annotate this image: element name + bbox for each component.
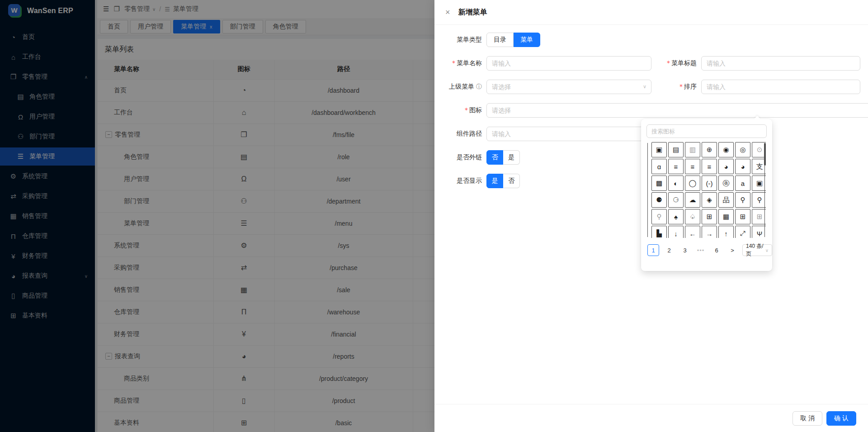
icon-grid-left-line (647, 143, 648, 237)
account-book-twotone-icon[interactable]: ▥ (685, 142, 700, 157)
android-outlined-icon[interactable]: ⚆ (668, 192, 684, 208)
aliyun-outlined-icon[interactable]: (-) (702, 176, 717, 191)
apple-filled-icon[interactable]: ♠ (668, 209, 684, 224)
android-filled-icon[interactable]: ⚈ (651, 192, 667, 208)
alipay-circle-filled-icon[interactable]: ◕ (718, 159, 734, 174)
page-size-value: 140 条/页 (746, 242, 765, 258)
form-row-icon-route: *图标 *路由地址 (448, 103, 868, 118)
app-root: W WanSen ERP ◔首页⌂工作台❐零售管理∧▤角色管理Ω用户管理⚇部门管… (0, 0, 868, 432)
drawer-footer: 取 消 确 认 (434, 404, 868, 432)
is-visible-toggle: 是 否 (486, 174, 520, 188)
account-book-filled-icon[interactable]: ▣ (651, 142, 667, 157)
api-twotone-icon[interactable]: ⚲ (651, 209, 667, 224)
required-mark: * (465, 106, 468, 114)
menu-type-segmented: 目录 菜单 (486, 33, 540, 47)
page-button-3[interactable]: 3 (679, 244, 691, 256)
required-mark: * (452, 59, 455, 66)
info-icon: ⓘ (476, 83, 482, 90)
page-button-6[interactable]: 6 (711, 244, 722, 256)
sort-label: *排序 (651, 83, 697, 91)
icon-grid-scrollbar[interactable] (764, 143, 766, 237)
aim-outlined-icon[interactable]: ⊕ (702, 142, 717, 157)
icon-picker-popup: ▣▤▥⊕◉◎⊙ɑ≡≡≡◕◕支▩◐◯(-)ⓐa▣⚈⚆☁◈品⚲⚲⚲♠♤⊞▦⊞⊞▙↓←… (641, 119, 772, 271)
arrow-up-outlined-icon[interactable]: ↑ (718, 226, 734, 238)
form-row-menu-type: 菜单类型 目录 菜单 (448, 33, 868, 47)
align-left-outlined-icon[interactable]: ≡ (685, 159, 700, 174)
parent-menu-label: 上级菜单ⓘ (448, 83, 482, 91)
appstore-filled-icon[interactable]: ▦ (718, 209, 734, 224)
aliwangwang-outlined-icon[interactable]: ◯ (685, 176, 700, 191)
is-external-toggle: 否 是 (486, 150, 520, 165)
is-external-label: 是否外链 (448, 153, 482, 161)
alert-filled-icon[interactable]: ◉ (718, 142, 734, 157)
is-external-option-no[interactable]: 否 (486, 150, 503, 165)
alert-outlined-icon[interactable]: ◎ (735, 142, 750, 157)
page-button-1[interactable]: 1 (647, 244, 659, 256)
sort-input[interactable] (701, 80, 860, 94)
arrows-alt-outlined-icon[interactable]: ⤢ (735, 226, 750, 238)
aliwangwang-filled-icon[interactable]: ◐ (668, 176, 684, 191)
arrow-left-outlined-icon[interactable]: ← (685, 226, 700, 238)
api-filled-icon[interactable]: ⚲ (735, 192, 750, 208)
confirm-button[interactable]: 确 认 (826, 411, 856, 426)
form-row-parent-sort: 上级菜单ⓘ ∨ *排序 (448, 80, 868, 94)
icon-grid-wrap: ▣▤▥⊕◉◎⊙ɑ≡≡≡◕◕支▩◐◯(-)ⓐa▣⚈⚆☁◈品⚲⚲⚲♠♤⊞▦⊞⊞▙↓←… (647, 142, 766, 238)
alipay-square-filled-icon[interactable]: ▩ (651, 176, 667, 191)
menu-title-label: *菜单标题 (651, 59, 697, 67)
is-visible-label: 是否显示 (448, 177, 482, 185)
icon-pagination: 123•••6>140 条/页∨ (641, 238, 772, 256)
menu-type-label: 菜单类型 (448, 36, 482, 44)
required-mark: * (667, 59, 670, 66)
apartment-outlined-icon[interactable]: 品 (718, 192, 734, 208)
ant-cloud-outlined-icon[interactable]: ☁ (685, 192, 700, 208)
drawer-mask[interactable] (0, 0, 434, 432)
menu-name-label: *菜单名称 (448, 59, 482, 67)
page-button-2[interactable]: 2 (663, 244, 675, 256)
required-mark: * (679, 83, 683, 90)
arrow-down-outlined-icon[interactable]: ↓ (668, 226, 684, 238)
chevron-down-icon: ∨ (765, 248, 769, 253)
icon-search (646, 124, 767, 138)
amazon-circle-filled-icon[interactable]: ⓐ (718, 176, 734, 191)
amazon-outlined-icon[interactable]: a (735, 176, 750, 191)
is-external-option-yes[interactable]: 是 (503, 150, 520, 165)
parent-menu-select[interactable] (486, 80, 651, 94)
icon-search-input[interactable] (646, 124, 767, 138)
is-visible-option-yes[interactable]: 是 (486, 174, 503, 188)
icon-label: *图标 (448, 106, 482, 114)
next-page-button[interactable]: > (726, 244, 738, 256)
align-right-outlined-icon[interactable]: ≡ (702, 159, 717, 174)
menu-type-option-menu[interactable]: 菜单 (514, 33, 540, 47)
component-path-input[interactable] (486, 127, 651, 141)
scrollbar-thumb[interactable] (764, 143, 766, 166)
menu-name-input[interactable] (486, 56, 651, 71)
alibaba-outlined-icon[interactable]: ɑ (651, 159, 667, 174)
drawer-title: 新增菜单 (458, 8, 487, 17)
is-visible-option-no[interactable]: 否 (503, 174, 520, 188)
arrow-right-outlined-icon[interactable]: → (702, 226, 717, 238)
alipay-circle-outlined-icon[interactable]: ◕ (735, 159, 750, 174)
icon-grid: ▣▤▥⊕◉◎⊙ɑ≡≡≡◕◕支▩◐◯(-)ⓐa▣⚈⚆☁◈品⚲⚲⚲♠♤⊞▦⊞⊞▙↓←… (651, 142, 766, 238)
menu-type-option-directory[interactable]: 目录 (486, 33, 514, 47)
ant-design-outlined-icon[interactable]: ◈ (702, 192, 717, 208)
form-row-name-title: *菜单名称 *菜单标题 (448, 56, 868, 71)
page-size-select[interactable]: 140 条/页∨ (742, 244, 772, 256)
component-path-label: 组件路径 (448, 130, 482, 138)
page-ellipsis: ••• (695, 244, 707, 256)
appstore-outlined-icon[interactable]: ⊞ (735, 209, 750, 224)
align-center-outlined-icon[interactable]: ≡ (668, 159, 684, 174)
account-book-outlined-icon[interactable]: ▤ (668, 142, 684, 157)
close-icon[interactable]: × (445, 8, 450, 16)
menu-title-input[interactable] (701, 56, 860, 71)
icon-select[interactable] (486, 103, 868, 118)
drawer-header: × 新增菜单 (434, 0, 868, 25)
cancel-button[interactable]: 取 消 (793, 411, 822, 426)
appstore-add-outlined-icon[interactable]: ⊞ (702, 209, 717, 224)
apple-outlined-icon[interactable]: ♤ (685, 209, 700, 224)
area-chart-outlined-icon[interactable]: ▙ (651, 226, 667, 238)
